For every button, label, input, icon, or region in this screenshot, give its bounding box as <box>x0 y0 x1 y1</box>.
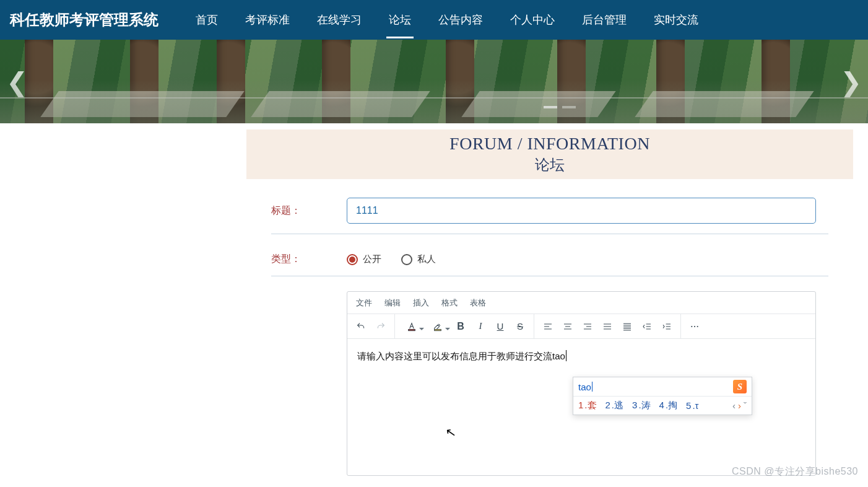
align-left-button[interactable] <box>538 317 558 336</box>
radio-public-label: 公开 <box>363 253 381 265</box>
caret-down-icon <box>419 328 424 333</box>
editor-toolbar: B I U S <box>347 314 815 339</box>
ime-candidates: 1.套 2.逃 3.涛 4.掏 5.τ ‹ › ˇ <box>573 397 752 415</box>
nav-item-home[interactable]: 首页 <box>196 1 218 38</box>
section-title-cn: 论坛 <box>535 155 565 175</box>
text-color-button[interactable] <box>399 317 425 336</box>
svg-point-3 <box>694 325 695 327</box>
radio-private[interactable]: 私人 <box>401 253 436 265</box>
carousel-dot-2[interactable] <box>562 106 576 108</box>
menu-edit[interactable]: 编辑 <box>384 297 401 309</box>
radio-dot-icon <box>347 254 358 265</box>
align-center-button[interactable] <box>558 317 578 336</box>
ime-cand-1[interactable]: 1.套 <box>578 400 597 411</box>
radio-public[interactable]: 公开 <box>347 253 381 265</box>
sogou-logo-icon: S <box>733 380 747 393</box>
row-title: 标题： <box>271 179 828 234</box>
editor-menubar: 文件 编辑 插入 格式 表格 <box>347 292 815 314</box>
hero-banner: ❮ ❯ <box>0 40 868 123</box>
outdent-button[interactable] <box>637 317 657 336</box>
highlight-color-button[interactable] <box>425 317 451 336</box>
align-right-button[interactable] <box>578 317 597 336</box>
underline-button[interactable]: U <box>490 317 510 336</box>
radio-dot-icon <box>401 254 412 265</box>
forum-form: 标题： 类型： 公开 私人 <box>271 179 828 276</box>
nav-item-announcement[interactable]: 公告内容 <box>438 1 483 38</box>
nav-item-chat[interactable]: 实时交流 <box>654 1 698 38</box>
ime-cand-3[interactable]: 3.涛 <box>632 400 651 411</box>
nav-item-learning[interactable]: 在线学习 <box>317 1 362 38</box>
ime-typed: tao <box>578 382 592 392</box>
redo-button[interactable] <box>371 317 391 336</box>
nav-item-standards[interactable]: 考评标准 <box>245 1 290 38</box>
menu-insert[interactable]: 插入 <box>413 297 429 309</box>
undo-button[interactable] <box>351 317 371 336</box>
menu-table[interactable]: 表格 <box>470 297 486 309</box>
editor-text: 请输入内容这里可以发布信息用于教师进行交流tao <box>357 351 565 361</box>
indent-button[interactable] <box>657 317 677 336</box>
nav-item-admin[interactable]: 后台管理 <box>582 1 627 38</box>
italic-button[interactable]: I <box>471 317 490 336</box>
nav-item-forum[interactable]: 论坛 <box>389 1 411 38</box>
align-justify-button[interactable] <box>597 317 617 336</box>
carousel-dot-1[interactable] <box>544 106 557 108</box>
label-type: 类型： <box>271 253 347 266</box>
bold-button[interactable]: B <box>451 317 471 336</box>
watermark: CSDN @专注分享bishe530 <box>732 465 858 478</box>
svg-rect-0 <box>409 329 415 330</box>
svg-point-2 <box>691 325 692 327</box>
ime-expand-icon[interactable]: ˇ <box>744 400 747 411</box>
strikethrough-button[interactable]: S <box>510 317 530 336</box>
section-title-en: FORUM / INFORMATION <box>449 134 650 154</box>
ime-next-icon[interactable]: › <box>738 400 741 411</box>
menu-file[interactable]: 文件 <box>356 297 372 309</box>
title-input[interactable] <box>347 198 816 224</box>
svg-rect-1 <box>435 329 441 330</box>
ime-cand-4[interactable]: 4.掏 <box>659 400 678 411</box>
top-navbar: 科任教师考评管理系统 首页 考评标准 在线学习 论坛 公告内容 个人中心 后台管… <box>0 0 868 40</box>
section-band: FORUM / INFORMATION 论坛 <box>246 129 853 179</box>
nav-item-profile[interactable]: 个人中心 <box>510 1 555 38</box>
paragraph-button[interactable] <box>617 317 637 336</box>
more-button[interactable] <box>685 317 705 336</box>
brand-title: 科任教师考评管理系统 <box>10 10 158 30</box>
radio-private-label: 私人 <box>417 253 436 265</box>
carousel-dots <box>544 106 576 108</box>
carousel-prev-icon[interactable]: ❮ <box>6 66 28 97</box>
ime-prev-icon[interactable]: ‹ <box>732 400 736 411</box>
nav-items: 首页 考评标准 在线学习 论坛 公告内容 个人中心 后台管理 实时交流 <box>196 1 698 38</box>
row-type: 类型： 公开 私人 <box>271 234 828 276</box>
text-caret <box>566 350 566 361</box>
ime-nav: ‹ › ˇ <box>732 400 747 411</box>
carousel-next-icon[interactable]: ❯ <box>840 66 862 97</box>
ime-cand-5[interactable]: 5.τ <box>686 400 698 411</box>
caret-down-icon <box>445 328 450 333</box>
type-radio-group: 公开 私人 <box>347 253 436 265</box>
svg-point-4 <box>697 325 698 327</box>
menu-format[interactable]: 格式 <box>441 297 458 309</box>
label-title: 标题： <box>271 204 347 217</box>
ime-cand-2[interactable]: 2.逃 <box>605 400 624 411</box>
ime-popup: tao S 1.套 2.逃 3.涛 4.掏 5.τ ‹ › ˇ <box>573 377 752 415</box>
